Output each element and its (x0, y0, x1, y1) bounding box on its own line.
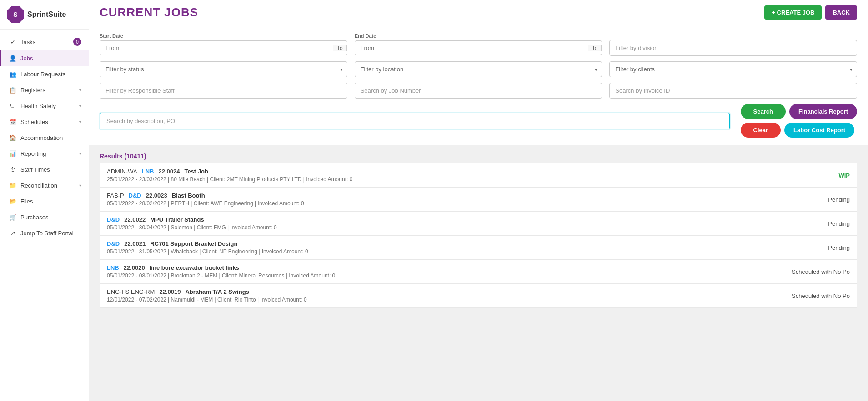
sidebar-item-jobs[interactable]: 👤 Jobs (0, 50, 89, 66)
status-badge: Pending (828, 196, 850, 203)
results-count: Results (10411) (100, 153, 857, 160)
job-details: 05/01/2022 - 30/04/2022 | Solomon | Clie… (107, 224, 821, 231)
create-job-button[interactable]: + CREATE JOB (764, 5, 822, 20)
job-number: 22.0021 (124, 240, 146, 247)
search-button[interactable]: Search (741, 104, 786, 119)
schedules-icon: 📅 (9, 119, 17, 125)
labor-cost-report-button[interactable]: Labor Cost Report (784, 123, 854, 138)
tasks-icon: ✓ (9, 39, 17, 45)
table-row[interactable]: ADMIN-WA LNB 22.0024 Test Job 25/01/2022… (100, 163, 857, 188)
job-number: 22.0023 (146, 192, 167, 199)
job-number: 22.0022 (124, 216, 146, 223)
filter-status-wrap: Filter by status ▾ (100, 61, 347, 77)
job-dept-link[interactable]: D&D (129, 192, 141, 199)
job-details: 12/01/2022 - 07/02/2022 | Nammuldi - MEM… (107, 297, 784, 303)
chevron-down-icon: ▾ (79, 183, 81, 188)
sidebar-item-label: Reconciliation (20, 182, 57, 189)
chevron-down-icon: ▾ (79, 88, 81, 93)
sidebar-item-staff-times[interactable]: ⏱ Staff Times (0, 162, 89, 178)
table-row[interactable]: LNB 22.0020 line bore excavator bucket l… (100, 260, 857, 284)
sidebar-item-registers[interactable]: 📋 Registers ▾ (0, 82, 89, 98)
job-top: LNB 22.0020 line bore excavator bucket l… (107, 264, 784, 271)
health-icon: 🛡 (9, 103, 17, 109)
status-badge: Pending (828, 220, 850, 227)
job-details: 05/01/2022 - 28/02/2022 | PERTH | Client… (107, 200, 821, 207)
sidebar-item-health-safety[interactable]: 🛡 Health Safety ▾ (0, 98, 89, 114)
page-header: CURRENT JOBS + CREATE JOB BACK (89, 0, 868, 25)
filter-clients-select[interactable]: Filter by clients (609, 61, 857, 77)
job-info: ENG-FS ENG-RM 22.0019 Abraham T/A 2 Swin… (107, 288, 784, 303)
job-title: MPU Trailer Stands (150, 216, 204, 223)
financials-report-button[interactable]: Financials Report (789, 104, 857, 119)
sidebar-item-purchases[interactable]: 🛒 Purchases (0, 209, 89, 225)
table-row[interactable]: D&D 22.0021 RC701 Support Bracket Design… (100, 236, 857, 260)
job-number: 22.0024 (158, 168, 180, 175)
filter-division-input[interactable] (609, 40, 857, 56)
job-dept: ADMIN-WA (107, 168, 137, 175)
sidebar-item-label: Accommodation (20, 134, 63, 141)
status-badge: Scheduled with No Po (792, 268, 850, 275)
job-title: Test Job (184, 168, 208, 175)
action-row-1: Search Financials Report (741, 104, 857, 119)
filter-location-select[interactable]: Filter by location (355, 61, 602, 77)
chevron-down-icon: ▾ (79, 151, 81, 156)
filter-responsible-staff-input[interactable] (100, 83, 347, 99)
logo-icon: S (7, 6, 24, 23)
job-title: line bore excavator bucket links (150, 264, 239, 271)
job-top: D&D 22.0022 MPU Trailer Stands (107, 216, 821, 223)
date-to-separator: To (333, 45, 347, 51)
job-number: 22.0019 (159, 288, 181, 295)
filter-status-select[interactable]: Filter by status (100, 61, 347, 77)
table-row[interactable]: ENG-FS ENG-RM 22.0019 Abraham T/A 2 Swin… (100, 284, 857, 308)
job-details: 25/01/2022 - 23/03/2022 | 80 Mile Beach … (107, 176, 831, 183)
table-row[interactable]: D&D 22.0022 MPU Trailer Stands 05/01/202… (100, 212, 857, 236)
search-job-number-input[interactable] (355, 83, 602, 99)
sidebar-item-labour-requests[interactable]: 👥 Labour Requests (0, 66, 89, 82)
end-date-from-input[interactable] (355, 41, 588, 55)
sidebar-item-label: Jobs (20, 55, 33, 62)
sidebar-item-schedules[interactable]: 📅 Schedules ▾ (0, 114, 89, 130)
job-dept-link[interactable]: D&D (107, 216, 120, 223)
job-top: ENG-FS ENG-RM 22.0019 Abraham T/A 2 Swin… (107, 288, 784, 295)
filter-row-4: Search Financials Report Clear Labor Cos… (100, 104, 857, 138)
sidebar-item-files[interactable]: 📂 Files (0, 193, 89, 209)
search-invoice-input[interactable] (609, 83, 857, 99)
job-info: D&D 22.0021 RC701 Support Bracket Design… (107, 240, 821, 255)
sidebar-nav: ✓ Tasks 0 👤 Jobs 👥 Labour Requests 📋 Reg… (0, 33, 89, 241)
clear-button[interactable]: Clear (741, 123, 781, 138)
job-top: FAB-P D&D 22.0023 Blast Booth (107, 192, 821, 199)
chevron-down-icon: ▾ (79, 119, 81, 124)
sidebar-item-label: Purchases (20, 214, 48, 221)
status-badge: Scheduled with No Po (792, 292, 850, 299)
files-icon: 📂 (9, 198, 17, 205)
job-info: FAB-P D&D 22.0023 Blast Booth 05/01/2022… (107, 192, 821, 207)
action-buttons: Search Financials Report Clear Labor Cos… (741, 104, 857, 138)
table-row[interactable]: FAB-P D&D 22.0023 Blast Booth 05/01/2022… (100, 188, 857, 212)
search-description-input[interactable] (100, 113, 730, 129)
sidebar-item-tasks[interactable]: ✓ Tasks 0 (0, 33, 89, 50)
jobs-icon: 👤 (9, 55, 17, 62)
start-date-from-input[interactable] (100, 41, 333, 55)
job-dept-link[interactable]: LNB (142, 168, 154, 175)
job-dept-link[interactable]: LNB (107, 264, 119, 271)
sidebar-item-reporting[interactable]: 📊 Reporting ▾ (0, 146, 89, 162)
status-badge: WIP (838, 172, 850, 179)
registers-icon: 📋 (9, 87, 17, 94)
sidebar-item-reconciliation[interactable]: 📁 Reconciliation ▾ (0, 178, 89, 193)
filter-row-2: Filter by status ▾ Filter by location ▾ … (100, 61, 857, 77)
end-date-label: End Date (355, 33, 602, 39)
sidebar-item-accommodation[interactable]: 🏠 Accommodation (0, 130, 89, 146)
header-actions: + CREATE JOB BACK (764, 5, 857, 20)
sidebar-item-jump-staff[interactable]: ↗ Jump To Staff Portal (0, 225, 89, 241)
filter-location-wrap: Filter by location ▾ (355, 61, 602, 77)
back-button[interactable]: BACK (825, 5, 857, 20)
job-title: Blast Booth (172, 192, 205, 199)
job-dept-link[interactable]: D&D (107, 240, 120, 247)
job-title: Abraham T/A 2 Swings (185, 288, 249, 295)
filter-clients-wrap: Filter by clients ▾ (609, 61, 857, 77)
end-date-to-separator: To (588, 45, 602, 51)
sidebar-item-label: Reporting (20, 150, 46, 157)
job-top: ADMIN-WA LNB 22.0024 Test Job (107, 168, 831, 175)
labour-icon: 👥 (9, 71, 17, 78)
sidebar-item-label: Jump To Staff Portal (20, 230, 74, 237)
